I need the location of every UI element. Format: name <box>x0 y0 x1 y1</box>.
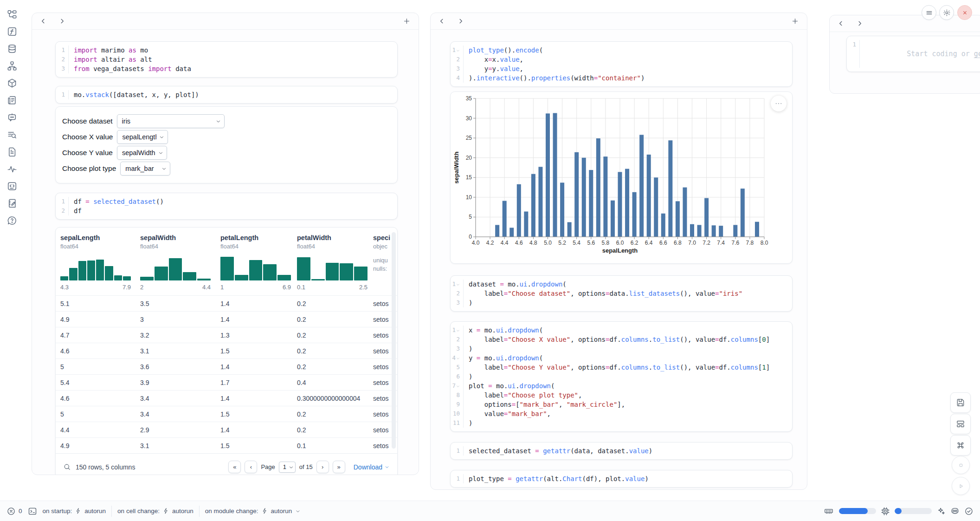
generate-with-ai-link[interactable]: generate <box>974 50 980 58</box>
runtime-config-label: on startup: <box>43 508 72 514</box>
layout-button[interactable] <box>950 414 971 434</box>
database-icon[interactable] <box>7 44 17 54</box>
column-1-header <box>32 13 419 30</box>
search-icon[interactable] <box>63 463 71 471</box>
divider <box>111 506 112 517</box>
run-button[interactable] <box>952 477 970 495</box>
packages-icon[interactable] <box>7 78 17 88</box>
gear-icon[interactable] <box>939 5 954 20</box>
last-page-button[interactable]: » <box>333 461 345 473</box>
table-row[interactable]: 4.63.41.40.3000000000000004setos <box>56 390 397 406</box>
close-icon[interactable] <box>957 5 972 20</box>
column-next-button[interactable] <box>58 17 66 26</box>
memory-icon <box>824 507 834 516</box>
outline-icon[interactable] <box>7 130 17 140</box>
df-cell-editor[interactable]: 1df = selected_dataset()2df <box>55 193 398 220</box>
page-select[interactable]: 1 <box>279 462 296 473</box>
save-button[interactable] <box>950 392 971 413</box>
ai-sparkles-icon[interactable] <box>936 507 946 516</box>
selected-dataset-cell-editor[interactable]: 1selected_dataset = getattr(data, datase… <box>450 442 793 460</box>
terminal-icon[interactable] <box>28 507 37 516</box>
tracing-icon[interactable] <box>7 164 17 174</box>
column-prev-button[interactable] <box>837 20 845 28</box>
fold-icon[interactable] <box>456 283 460 287</box>
scratchpad-icon[interactable] <box>7 198 17 208</box>
code-line: ) <box>464 298 472 307</box>
placeholder-text: Start coding or <box>907 50 974 58</box>
documentation-icon[interactable] <box>7 147 17 157</box>
snippets-icon[interactable] <box>7 181 17 191</box>
runtime-config-1[interactable]: on startup:autorun <box>43 508 106 514</box>
table-row[interactable]: 4.63.11.50.2setos <box>56 343 397 358</box>
line-number: 2 <box>451 335 464 344</box>
chart-menu-button[interactable] <box>771 96 787 111</box>
stop-button[interactable] <box>952 456 970 474</box>
imports-cell-editor[interactable]: 1import marimo as mo2import altair as al… <box>55 41 398 78</box>
dependency-graph-icon[interactable] <box>7 61 17 71</box>
column-header-sepalWidth[interactable]: sepalWidthfloat6424.4 <box>140 234 220 291</box>
table-row[interactable]: 4.73.21.30.2setos <box>56 327 397 343</box>
code-line: mo.vstack([dataset, x, y, plot]) <box>69 90 199 99</box>
column-next-button[interactable] <box>457 17 465 26</box>
vstack-cell-editor[interactable]: 1mo.vstack([dataset, x, y, plot]) <box>55 86 398 104</box>
logs-icon[interactable] <box>7 95 17 105</box>
svg-text:5.6: 5.6 <box>587 240 595 246</box>
table-row[interactable]: 4.42.91.40.2setos <box>56 422 397 437</box>
copilot-icon[interactable] <box>950 507 960 516</box>
fold-icon[interactable] <box>456 49 460 52</box>
command-palette-button[interactable] <box>950 435 971 456</box>
add-column-button[interactable] <box>791 17 799 26</box>
xy-plot-dropdowns-cell-editor[interactable]: 1x = mo.ui.dropdown(2 label="Choose X va… <box>450 321 793 432</box>
function-icon[interactable] <box>7 26 17 37</box>
column-header-petalLength[interactable]: petalLengthfloat6416.9 <box>220 234 297 291</box>
column-next-button[interactable] <box>856 20 864 28</box>
next-page-button[interactable]: › <box>316 461 329 473</box>
table-row[interactable]: 53.41.50.2setos <box>56 406 397 422</box>
sepal-bar-chart[interactable]: 4.04.24.44.64.85.05.25.45.65.86.06.26.46… <box>450 91 793 264</box>
fold-icon[interactable] <box>456 357 460 360</box>
dataset-dropdown[interactable]: iris <box>117 114 225 128</box>
runtime-config-3[interactable]: on module change:autorun <box>205 508 302 514</box>
line-number: 1 <box>847 40 860 68</box>
help-icon[interactable] <box>7 215 17 226</box>
table-row[interactable]: 4.93.11.50.1setos <box>56 437 397 453</box>
menu-icon[interactable] <box>922 5 936 20</box>
fold-icon[interactable] <box>456 329 460 332</box>
table-row[interactable]: 4.931.40.2setos <box>56 311 397 327</box>
column-prev-button[interactable] <box>438 17 446 26</box>
empty-cell-editor[interactable]: 1 Start coding or generate with <box>846 36 980 72</box>
line-number: 11 <box>451 418 464 428</box>
prev-page-button[interactable]: ‹ <box>245 461 257 473</box>
line-number: 3 <box>56 64 69 73</box>
plot-type-cell-editor[interactable]: 1plot_type = getattr(alt.Chart(df), plot… <box>450 470 793 488</box>
svg-text:sepalWidth: sepalWidth <box>453 151 460 183</box>
plot-cell-editor[interactable]: 1plot_type().encode(2 x=x.value,3 y=y.va… <box>450 41 793 87</box>
table-row[interactable]: 5.13.51.40.2setos <box>56 295 397 311</box>
x-value-dropdown[interactable]: sepalLength <box>117 130 168 144</box>
first-page-button[interactable]: « <box>228 461 241 473</box>
status-check-icon[interactable] <box>964 507 974 516</box>
plot-type-dropdown[interactable]: mark_bar <box>120 162 170 176</box>
error-count-badge[interactable]: 0 <box>6 507 22 516</box>
add-column-button[interactable] <box>403 17 411 26</box>
chat-icon[interactable] <box>7 112 17 123</box>
file-tree-icon[interactable] <box>7 9 17 20</box>
line-number: 2 <box>56 206 69 215</box>
fold-icon[interactable] <box>456 384 460 388</box>
column-header-petalWidth[interactable]: petalWidthfloat640.12.5 <box>297 234 373 291</box>
line-number: 6 <box>451 372 464 381</box>
runtime-config-2[interactable]: on cell change:autorun <box>117 508 193 514</box>
svg-text:6.4: 6.4 <box>645 240 653 246</box>
y-value-dropdown[interactable]: sepalWidth <box>117 146 167 160</box>
svg-text:0: 0 <box>469 234 472 240</box>
download-button[interactable]: Download <box>354 463 390 471</box>
error-count: 0 <box>19 508 22 514</box>
table-scrollbar[interactable] <box>392 232 396 449</box>
dataset-dropdown-cell-editor[interactable]: 1dataset = mo.ui.dropdown(2 label="Choos… <box>450 275 793 312</box>
table-row[interactable]: 53.61.40.2setos <box>56 358 397 374</box>
code-line: ) <box>464 418 472 428</box>
column-prev-button[interactable] <box>39 17 48 26</box>
table-row[interactable]: 5.43.91.70.4setos <box>56 374 397 390</box>
column-header-sepalLength[interactable]: sepalLengthfloat644.37.9 <box>60 234 140 291</box>
code-line: ) <box>464 372 472 381</box>
